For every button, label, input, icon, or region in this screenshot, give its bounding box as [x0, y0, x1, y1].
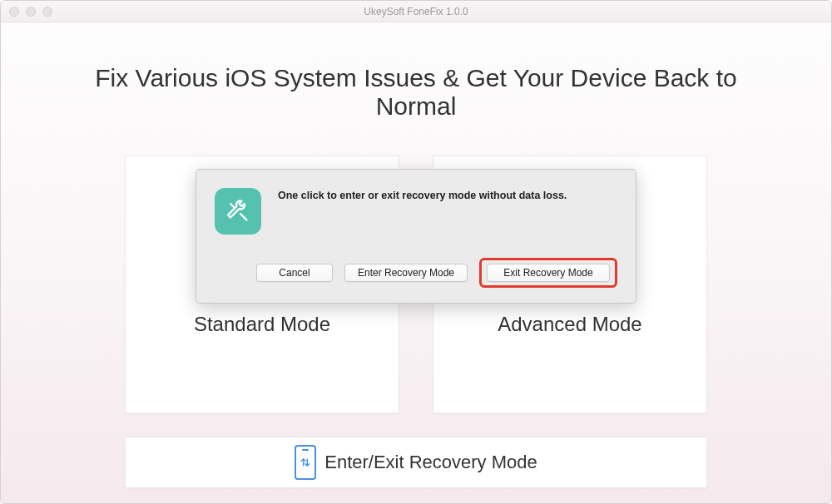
recovery-dialog: One click to enter or exit recovery mode… — [196, 169, 636, 304]
zoom-window-button[interactable] — [42, 7, 52, 17]
titlebar: UkeySoft FoneFix 1.0.0 — [1, 1, 831, 22]
advanced-mode-label: Advanced Mode — [498, 313, 641, 336]
exit-recovery-button[interactable]: Exit Recovery Mode — [487, 264, 610, 282]
enter-recovery-button[interactable]: Enter Recovery Mode — [344, 264, 468, 282]
page-title: Fix Various iOS System Issues & Get Your… — [74, 64, 758, 121]
highlight-annotation: Exit Recovery Mode — [479, 258, 617, 288]
minimize-window-button[interactable] — [26, 7, 36, 17]
recovery-mode-label: Enter/Exit Recovery Mode — [324, 452, 537, 473]
window-controls — [9, 7, 52, 17]
standard-mode-label: Standard Mode — [194, 313, 330, 336]
dialog-body: One click to enter or exit recovery mode… — [215, 188, 617, 235]
tools-icon — [215, 188, 261, 235]
app-window: UkeySoft FoneFix 1.0.0 Fix Various iOS S… — [0, 0, 832, 504]
dialog-buttons: Cancel Enter Recovery Mode Exit Recovery… — [215, 258, 617, 288]
cancel-button[interactable]: Cancel — [256, 264, 333, 282]
recovery-mode-bar[interactable]: Enter/Exit Recovery Mode — [125, 437, 707, 488]
window-title: UkeySoft FoneFix 1.0.0 — [1, 6, 831, 17]
phone-recovery-icon — [295, 445, 316, 480]
dialog-message: One click to enter or exit recovery mode… — [278, 188, 567, 201]
close-window-button[interactable] — [9, 7, 19, 17]
